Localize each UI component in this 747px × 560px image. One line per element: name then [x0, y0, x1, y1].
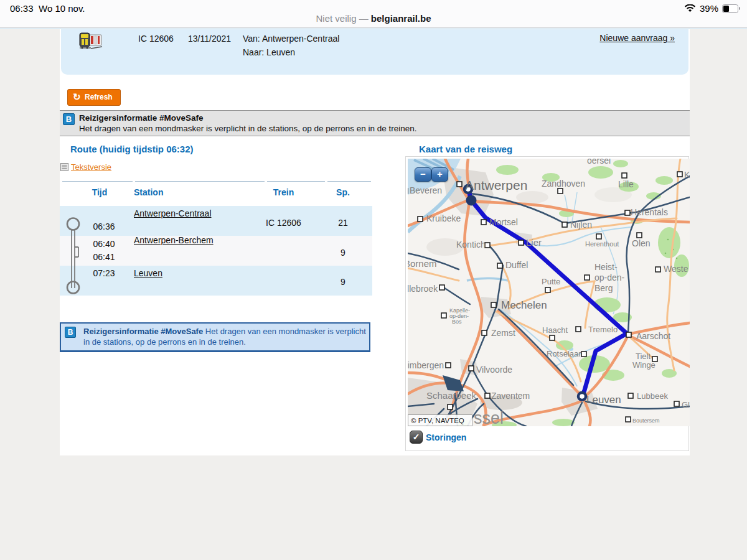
map-town-marker	[596, 234, 601, 239]
map-town-label: Bornem	[408, 258, 437, 269]
text-version-link[interactable]: Tekstversie	[71, 162, 111, 172]
route-line-graphic	[66, 206, 85, 296]
table-border	[327, 181, 371, 182]
map-town-marker	[655, 267, 660, 272]
movesafe-box: B Reizigersinformatie #MoveSafe Het drag…	[60, 322, 370, 352]
map-town-marker	[441, 313, 446, 318]
map-town-label: K	[684, 170, 690, 180]
map-town-label: Olen	[632, 238, 651, 248]
map-town-marker	[439, 285, 444, 290]
map-town-label: Vilvoorde	[476, 365, 512, 375]
storingen-checkbox[interactable]: ✓	[410, 431, 423, 444]
col-header-station: Station	[134, 187, 163, 197]
map-town-label: Weste	[664, 264, 688, 274]
map-town-marker	[550, 335, 555, 340]
map-town-marker	[625, 210, 630, 215]
map-town-label: Winge	[632, 360, 655, 370]
webpage: IC 12606 13/11/2021 Van: Antwerpen-Centr…	[0, 28, 747, 560]
refresh-label: Refresh	[85, 93, 113, 101]
map-town-marker	[674, 401, 679, 406]
time-value: 06:40	[85, 239, 123, 249]
nmbs-logo-icon: B	[65, 327, 76, 338]
map-town-marker	[622, 173, 627, 178]
map-town-label: Nijlen	[570, 220, 592, 230]
col-header-train: Trein	[260, 187, 307, 197]
status-date: Wo 10 nov.	[39, 3, 85, 14]
map-town-marker	[448, 404, 453, 409]
map-town-label: Lille	[618, 179, 634, 189]
map-town-label: Tielt-	[636, 352, 653, 361]
banner-text: Het dragen van een mondmasker is verplic…	[79, 124, 417, 133]
col-header-platform: Sp.	[327, 187, 359, 197]
map-town-marker	[677, 172, 682, 177]
train-value: IC 12606	[260, 218, 307, 228]
map-town-marker	[497, 263, 502, 268]
refresh-button[interactable]: ↻ Refresh	[67, 89, 121, 106]
train-icon	[78, 32, 103, 50]
battery-percent: 39%	[700, 3, 718, 14]
map-town-label: Schaarbeek	[426, 390, 477, 401]
map-town-marker	[585, 275, 590, 280]
map-attribution: © PTV, NAVTEQ	[411, 417, 464, 424]
station-link[interactable]: Leuven	[134, 268, 162, 278]
route-end-marker	[578, 393, 586, 400]
map-town-label: rimbergen	[408, 360, 444, 370]
map-town-label: Lier	[526, 237, 542, 248]
map-town-marker	[481, 220, 486, 225]
map-town-label: Zaventem	[491, 391, 530, 401]
storingen-label: Storingen	[426, 432, 466, 442]
map-town-label: Beveren	[410, 185, 442, 195]
map-town-marker	[628, 393, 633, 398]
map-town-marker	[545, 287, 550, 292]
map-town-label: Kontich	[456, 240, 486, 250]
map-town-label: Rotselaar	[547, 349, 581, 358]
zoom-out-button[interactable]: −	[415, 167, 431, 182]
map-town-marker	[576, 327, 581, 332]
browser-chrome: 06:33 Wo 10 nov. 39% Niet veilig — belgi…	[0, 0, 747, 28]
banner-title: Reizigersinformatie #MoveSafe	[79, 113, 204, 123]
trip-header-panel: IC 12606 13/11/2021 Van: Antwerpen-Centr…	[61, 29, 688, 75]
route-map[interactable]: oerselBeverenAntwerpenZandhovenLilleKKru…	[408, 159, 690, 426]
table-border	[135, 181, 265, 182]
table-border	[62, 181, 133, 182]
time-value: 06:36	[85, 222, 123, 231]
map-town-label: Tremelo	[588, 325, 618, 334]
text-version-icon	[60, 163, 68, 171]
map-town-label: Berg	[594, 283, 613, 293]
station-link[interactable]: Antwerpen-Centraal	[134, 208, 212, 218]
map-town-label: Mortsel	[489, 217, 518, 227]
new-request-link[interactable]: Nieuwe aanvraag »	[599, 33, 675, 43]
col-header-time: Tijd	[81, 187, 118, 197]
status-time: 06:33	[10, 3, 34, 14]
station-link[interactable]: Antwerpen-Berchem	[134, 235, 214, 245]
map-town-label: Herentals	[631, 207, 668, 217]
address-bar[interactable]: Niet veilig — belgianrail.be	[0, 13, 747, 24]
map-town-label: Duffel	[505, 260, 528, 270]
nmbs-logo-icon: B	[63, 113, 75, 125]
trip-date: 13/11/2021	[188, 34, 231, 44]
zoom-in-button[interactable]: +	[431, 167, 448, 182]
info-banner: B Reizigersinformatie #MoveSafe Het drag…	[60, 110, 690, 136]
map-town-label: Zandhoven	[542, 179, 585, 189]
platform-value: 21	[327, 218, 359, 228]
map-town-label: illebroek	[408, 284, 438, 294]
map-town-label: Mechelen	[501, 299, 547, 311]
map-town-marker	[562, 222, 567, 227]
map-town-marker	[446, 363, 451, 368]
map-town-label: Heist-	[594, 262, 618, 272]
refresh-icon: ↻	[73, 91, 81, 103]
table-border	[267, 181, 325, 182]
map-town-marker	[485, 243, 490, 248]
map-town-label: Aarschot	[636, 331, 670, 341]
map-town-marker	[418, 217, 423, 222]
map-town-marker	[457, 182, 462, 187]
time-value: 06:41	[85, 252, 123, 262]
battery-icon	[722, 4, 738, 13]
trip-train-number: IC 12606	[138, 34, 174, 44]
route-title: Route (huidig tijdstip 06:32)	[70, 144, 194, 154]
content-container: IC 12606 13/11/2021 Van: Antwerpen-Centr…	[60, 29, 690, 455]
map-title: Kaart van de reisweg	[419, 144, 512, 154]
map-town-label: Herenthout	[585, 240, 619, 248]
map-town-marker	[626, 417, 631, 422]
trip-from: Van: Antwerpen-Centraal	[243, 34, 339, 44]
